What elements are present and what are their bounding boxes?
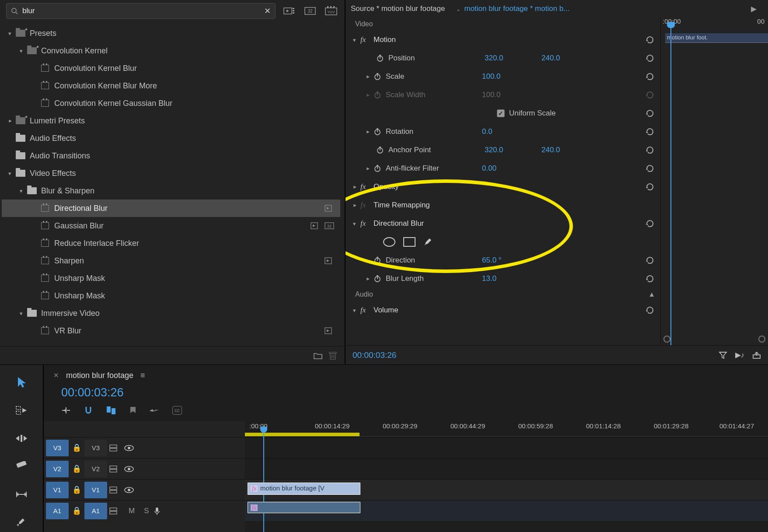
sync-lock-icon[interactable] <box>109 486 124 494</box>
tree-convolution-kernel[interactable]: ▾ ★ Convolution Kernel <box>2 42 340 60</box>
track-source-a1[interactable]: A1 <box>46 503 69 519</box>
new-bin-icon[interactable] <box>313 352 323 360</box>
accelerated-effects-filter-icon[interactable] <box>282 5 297 17</box>
timeline-tab[interactable]: ✕ motion blur footage ≡ <box>44 365 768 386</box>
delete-icon[interactable] <box>329 351 337 360</box>
export-icon[interactable] <box>752 351 761 359</box>
pen-mask-icon[interactable] <box>423 237 433 247</box>
stopwatch-icon[interactable] <box>376 146 386 154</box>
tree-vr-blur[interactable]: VR Blur <box>2 322 340 340</box>
effect-controls-timecode[interactable]: 00:00:03:26 <box>353 350 396 360</box>
fx-time-remapping-header[interactable]: ▾fx Time Remapping <box>346 196 660 214</box>
reset-icon[interactable] <box>646 36 656 44</box>
effects-search-box[interactable]: ✕ <box>6 3 276 19</box>
collapse-up-icon[interactable]: ▲ <box>648 290 660 298</box>
mini-playhead[interactable] <box>670 27 671 345</box>
prop-direction[interactable]: ▾ Direction 65.0 ° <box>346 251 660 270</box>
effects-search-input[interactable] <box>22 7 260 15</box>
prop-rotation[interactable]: ▾ Rotation 0.0 <box>346 122 660 141</box>
timeline-playhead[interactable] <box>263 431 264 532</box>
stopwatch-icon[interactable] <box>374 256 383 264</box>
reset-icon[interactable] <box>646 128 656 136</box>
pen-tool[interactable] <box>12 513 31 532</box>
track-target-v2[interactable]: V2 <box>46 461 69 477</box>
tree-video-effects[interactable]: ▾ Video Effects <box>2 164 340 182</box>
solo-button[interactable]: S <box>139 507 154 515</box>
reset-icon[interactable] <box>646 256 656 264</box>
lock-icon[interactable]: 🔒 <box>71 506 82 515</box>
tree-ck-blur[interactable]: Convolution Kernel Blur <box>2 60 340 77</box>
tree-lumetri-presets[interactable]: ▾ ★ Lumetri Presets <box>2 112 340 130</box>
marker-icon[interactable] <box>129 406 136 415</box>
checkbox-checked-icon[interactable] <box>497 109 505 117</box>
tree-unsharp-mask-1[interactable]: Unsharp Mask <box>2 270 340 287</box>
selection-tool[interactable] <box>12 373 31 392</box>
sync-lock-icon[interactable] <box>109 508 124 514</box>
clip-video[interactable]: fxmotion blur footage [V <box>248 483 360 495</box>
track-v3-header[interactable]: V3 🔒 V3 <box>44 437 245 458</box>
fx-opacity-header[interactable]: ▾fx Opacity <box>346 178 660 196</box>
tree-ck-blur-more[interactable]: Convolution Kernel Blur More <box>2 77 340 94</box>
track-label-v2[interactable]: V2 <box>84 461 107 477</box>
reset-icon[interactable] <box>646 109 656 117</box>
stopwatch-icon[interactable] <box>376 54 386 62</box>
settings-icon[interactable] <box>150 406 159 415</box>
tree-gaussian-blur[interactable]: Gaussian Blur 32 <box>2 217 340 234</box>
tree-reduce-interlace-flicker[interactable]: Reduce Interlace Flicker <box>2 234 340 252</box>
track-label-v3[interactable]: V3 <box>84 440 107 456</box>
clip-link[interactable]: ⌄motion blur footage * motion b... <box>453 4 569 13</box>
reset-icon[interactable] <box>646 146 656 154</box>
tree-audio-transitions[interactable]: ▾ Audio Transitions <box>2 147 340 164</box>
voiceover-icon[interactable] <box>154 507 169 515</box>
filter-icon[interactable] <box>719 351 727 359</box>
stopwatch-icon[interactable] <box>374 164 383 172</box>
tab-menu-icon[interactable]: ≡ <box>140 371 145 380</box>
lock-icon[interactable]: 🔒 <box>71 464 82 473</box>
prop-position[interactable]: Position 320.0 240.0 <box>346 49 660 67</box>
timeline-ruler[interactable]: :00:00 00:00:14:29 00:00:29:29 00:00:44:… <box>245 421 768 437</box>
stopwatch-icon[interactable] <box>374 128 383 136</box>
ellipse-mask-icon[interactable] <box>383 237 395 247</box>
reset-icon[interactable] <box>646 275 656 283</box>
yuv-filter-icon[interactable]: YUV <box>324 5 339 17</box>
fx-volume-header[interactable]: ▾fx Volume <box>346 301 660 319</box>
tree-presets[interactable]: ▾ ★ Presets <box>2 24 340 42</box>
play-only-icon[interactable]: ▶ <box>751 4 763 14</box>
rectangle-mask-icon[interactable] <box>403 237 415 247</box>
reset-icon[interactable] <box>646 220 656 228</box>
timeline-tracks-area[interactable]: :00:00 00:00:14:29 00:00:29:29 00:00:44:… <box>245 421 768 532</box>
tree-audio-effects[interactable]: ▾ Audio Effects <box>2 130 340 147</box>
track-select-tool[interactable] <box>12 401 31 420</box>
mute-button[interactable]: M <box>124 507 139 515</box>
clip-audio[interactable]: fx <box>248 502 360 513</box>
ripple-edit-tool[interactable] <box>12 429 31 448</box>
timeline-timecode[interactable]: 00:00:03:26 <box>44 386 768 399</box>
fx-directional-blur-header[interactable]: ▾fx Directional Blur <box>346 214 660 233</box>
clear-search-icon[interactable]: ✕ <box>264 6 271 16</box>
tree-sharpen[interactable]: Sharpen <box>2 252 340 270</box>
tree-blur-sharpen[interactable]: ▾ Blur & Sharpen <box>2 182 340 200</box>
track-a1-header[interactable]: A1 🔒 A1 M S <box>44 500 245 521</box>
zoom-start-knob[interactable] <box>663 336 670 343</box>
reset-icon[interactable] <box>646 54 656 62</box>
prop-uniform-scale[interactable]: Uniform Scale <box>346 104 660 122</box>
sync-lock-icon[interactable] <box>109 444 124 452</box>
stopwatch-icon[interactable] <box>374 275 383 283</box>
eye-icon[interactable] <box>124 487 139 493</box>
work-area-bar[interactable] <box>245 433 360 436</box>
fx-motion-header[interactable]: ▾fx Motion <box>346 31 660 49</box>
close-tab-icon[interactable]: ✕ <box>53 371 59 379</box>
slip-tool[interactable] <box>12 485 31 504</box>
snap-icon[interactable] <box>84 406 93 415</box>
track-target-v3[interactable]: V3 <box>46 440 69 456</box>
tree-unsharp-mask-2[interactable]: Unsharp Mask <box>2 287 340 304</box>
track-v2-header[interactable]: V2 🔒 V2 <box>44 458 245 479</box>
linked-selection-icon[interactable] <box>106 406 116 415</box>
32bit-filter-icon[interactable]: 32 <box>303 5 318 17</box>
track-v1-header[interactable]: V1 🔒 V1 <box>44 479 245 500</box>
reset-icon[interactable] <box>646 306 656 314</box>
prop-scale[interactable]: ▾ Scale 100.0 <box>346 67 660 86</box>
reset-icon[interactable] <box>646 183 656 191</box>
captions-icon[interactable]: cc <box>172 406 182 415</box>
tree-immersive-video[interactable]: ▾ Immersive Video <box>2 304 340 322</box>
